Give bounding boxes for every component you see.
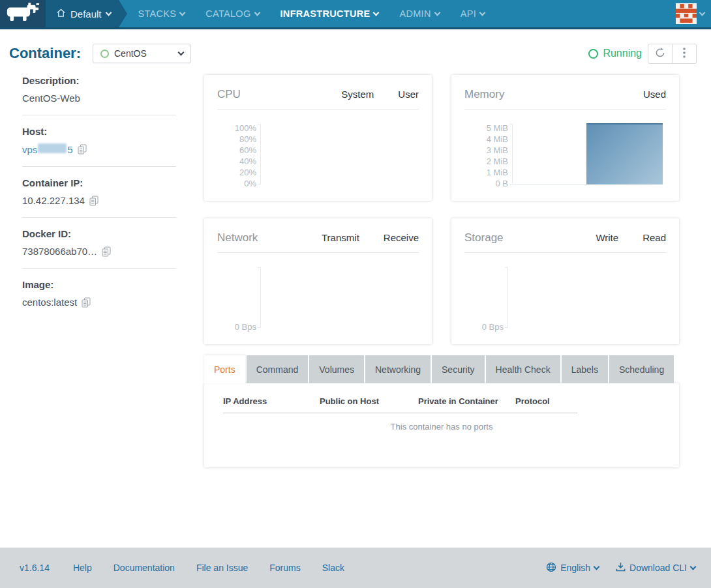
container-select-value: CentOS xyxy=(114,48,147,59)
divider xyxy=(22,217,176,218)
page-title: Container: xyxy=(9,45,81,62)
chevron-down-icon xyxy=(434,9,440,16)
rancher-logo[interactable] xyxy=(0,0,46,27)
detail-sidebar: Description: CentOS-Web Host: vps5 Conta… xyxy=(22,74,176,467)
legend-write: Write xyxy=(582,232,618,243)
divider xyxy=(22,166,176,167)
description-value: CentOS-Web xyxy=(22,93,176,104)
tab-security[interactable]: Security xyxy=(432,355,485,383)
network-plot-area xyxy=(261,267,419,328)
storage-plot-area xyxy=(508,267,666,328)
cpu-panel: CPU System User 10 xyxy=(204,75,432,201)
tab-command[interactable]: Command xyxy=(247,355,309,383)
globe-icon xyxy=(546,562,556,574)
footer-link-forums[interactable]: Forums xyxy=(269,563,300,573)
top-navbar: Default STACKS CATALOG INFRASTRUCTURE AD… xyxy=(0,0,711,29)
language-selector[interactable]: English xyxy=(546,562,599,574)
restart-button[interactable] xyxy=(648,44,673,64)
status-label: Running xyxy=(603,48,642,59)
tab-volumes[interactable]: Volumes xyxy=(309,355,364,383)
language-label: English xyxy=(560,563,590,573)
empty-ports-message: This container has no ports xyxy=(223,422,660,432)
container-select[interactable]: CentOS xyxy=(93,44,191,63)
rancher-cow-icon xyxy=(6,2,40,25)
cpu-plot-area xyxy=(261,124,419,184)
tab-health-check[interactable]: Health Check xyxy=(486,355,560,383)
footer-link-file-an-issue[interactable]: File an Issue xyxy=(196,563,248,573)
footer-link-help[interactable]: Help xyxy=(73,563,92,573)
container-ip-section: Container IP: 10.42.227.134 xyxy=(22,177,176,206)
storage-panel: Storage Write Read 0 Bps xyxy=(451,218,679,344)
download-icon xyxy=(616,562,626,574)
nav-api-label: API xyxy=(461,8,476,19)
col-private-in-container: Private in Container xyxy=(418,396,515,406)
more-actions-button[interactable] xyxy=(672,44,697,64)
tab-labels[interactable]: Labels xyxy=(562,355,608,383)
col-public-on-host: Public on Host xyxy=(320,396,418,406)
memory-plot-area xyxy=(513,124,666,184)
tab-scheduling[interactable]: Scheduling xyxy=(609,355,674,383)
chevron-down-icon xyxy=(254,9,260,16)
legend-receive: Receive xyxy=(371,232,419,243)
footer-link-documentation[interactable]: Documentation xyxy=(113,563,175,573)
copy-icon[interactable] xyxy=(102,246,111,257)
tab-networking[interactable]: Networking xyxy=(365,355,431,383)
cpu-chart: 100%80% 60%40% 20%0% xyxy=(217,124,419,188)
host-label: Host: xyxy=(22,126,176,137)
container-ip-label: Container IP: xyxy=(22,177,176,188)
environment-label: Default xyxy=(70,8,102,20)
chevron-down-icon xyxy=(699,9,706,16)
divider xyxy=(464,252,666,253)
nav-item-catalog[interactable]: CATALOG xyxy=(205,8,259,19)
chevron-down-icon xyxy=(690,564,697,570)
legend-transmit: Transmit xyxy=(309,232,359,243)
image-section: Image: centos:latest xyxy=(22,279,176,308)
version-label: v1.6.14 xyxy=(20,563,50,573)
kebab-menu-icon xyxy=(683,47,686,61)
status-badge: Running xyxy=(588,48,642,59)
description-label: Description: xyxy=(22,75,176,86)
image-value: centos:latest xyxy=(22,297,77,308)
storage-title: Storage xyxy=(464,231,504,244)
copy-icon[interactable] xyxy=(89,196,98,206)
nav-item-infrastructure[interactable]: INFRASTRUCTURE xyxy=(280,8,379,19)
main-nav: STACKS CATALOG INFRASTRUCTURE ADMIN API xyxy=(138,0,485,27)
system-legend-dot xyxy=(328,90,337,99)
receive-legend-dot xyxy=(371,233,380,243)
footer: v1.6.14 Help Documentation File an Issue… xyxy=(0,548,711,588)
redacted-text xyxy=(38,143,67,153)
host-link[interactable]: vps5 xyxy=(22,143,73,155)
nav-item-api[interactable]: API xyxy=(461,8,485,19)
page-header: Container: CentOS Running xyxy=(0,29,711,74)
restart-icon xyxy=(654,47,666,61)
nav-item-admin[interactable]: ADMIN xyxy=(399,8,439,19)
container-actions xyxy=(648,44,697,64)
nav-stacks-label: STACKS xyxy=(138,8,177,19)
nav-infrastructure-label: INFRASTRUCTURE xyxy=(280,8,371,19)
col-ip-address: IP Address xyxy=(223,396,320,406)
network-chart: 0 Bps xyxy=(217,267,419,331)
divider xyxy=(22,268,176,269)
detail-tabs: Ports Command Volumes Networking Securit… xyxy=(204,355,679,383)
user-legend-dot xyxy=(385,90,394,99)
environment-menu[interactable]: Default xyxy=(46,0,119,27)
footer-link-slack[interactable]: Slack xyxy=(322,563,344,573)
memory-title: Memory xyxy=(464,88,504,101)
copy-icon[interactable] xyxy=(82,297,91,308)
legend-used: Used xyxy=(630,89,666,100)
tab-ports[interactable]: Ports xyxy=(204,355,245,383)
chevron-down-icon xyxy=(373,9,380,16)
nav-catalog-label: CATALOG xyxy=(205,8,250,19)
storage-chart: 0 Bps xyxy=(464,267,666,331)
host-section: Host: vps5 xyxy=(22,126,176,155)
docker-id-label: Docker ID: xyxy=(22,228,176,239)
nav-item-stacks[interactable]: STACKS xyxy=(138,8,185,19)
chevron-down-icon xyxy=(105,9,112,16)
memory-used-area xyxy=(586,123,663,184)
copy-icon[interactable] xyxy=(78,144,87,154)
chevron-down-icon xyxy=(179,9,186,16)
cpu-title: CPU xyxy=(217,88,241,101)
user-menu[interactable] xyxy=(676,0,711,27)
download-cli-menu[interactable]: Download CLI xyxy=(616,562,695,574)
network-panel: Network Transmit Receive 0 Bps xyxy=(204,218,432,344)
